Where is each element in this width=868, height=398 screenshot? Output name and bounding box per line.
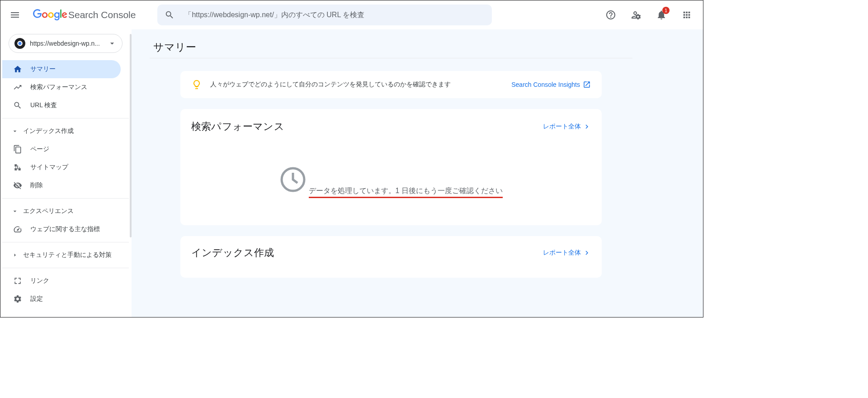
sidebar-item-label: 削除 [30, 181, 43, 190]
processing-message: データを処理しています。1 日後にもう一度ご確認ください [309, 186, 503, 196]
sidebar-group-security[interactable]: セキュリティと手動による対策 [2, 246, 129, 264]
trending-icon [13, 83, 22, 92]
clock-icon [279, 166, 307, 193]
card-title: インデックス作成 [191, 246, 274, 260]
divider [2, 198, 129, 199]
home-icon [13, 65, 22, 74]
svg-point-1 [19, 42, 22, 45]
full-report-label: レポート全体 [543, 123, 581, 131]
search-performance-card: 検索パフォーマンス レポート全体 データを処理しています。1 日後にもう一度ご確… [180, 109, 602, 225]
product-name: Search Console [68, 9, 136, 20]
sidebar-item-label: 検索パフォーマンス [30, 83, 87, 91]
manage-users-button[interactable] [625, 4, 647, 26]
property-selector[interactable]: https://webdesign-wp.n... [9, 34, 123, 53]
full-report-label: レポート全体 [543, 249, 581, 257]
chevron-down-icon [11, 128, 19, 135]
sidebar-item-label: サマリー [30, 65, 56, 73]
main-content: サマリー 人々がウェブでどのようにして自分のコンテンツを発見しているのかを確認で… [132, 29, 703, 317]
sidebar-item-label: サイトマップ [30, 163, 68, 171]
sidebar-item-label: ページ [30, 145, 49, 153]
url-inspect-input[interactable] [184, 11, 485, 19]
divider [2, 268, 129, 268]
scrollbar[interactable] [130, 34, 132, 237]
sidebar-item-links[interactable]: リンク [2, 272, 121, 290]
full-report-link[interactable]: レポート全体 [543, 123, 591, 131]
sidebar-group-label: セキュリティと手動による対策 [23, 251, 112, 259]
help-icon [605, 9, 616, 20]
search-icon [165, 10, 175, 20]
apps-grid-icon [682, 10, 692, 20]
chevron-right-icon [583, 123, 591, 131]
card-title: 検索パフォーマンス [191, 120, 284, 133]
chevron-right-icon [583, 249, 591, 257]
sidebar-item-core-web-vitals[interactable]: ウェブに関する主な指標 [2, 220, 121, 238]
external-link-icon [583, 81, 591, 89]
sidebar-group-label: エクスペリエンス [23, 207, 74, 215]
sidebar-item-label: リンク [30, 277, 49, 285]
url-inspect-search[interactable] [157, 5, 492, 25]
processing-state: データを処理しています。1 日後にもう一度ご確認ください [191, 141, 591, 198]
google-logo-icon [33, 9, 67, 21]
full-report-link[interactable]: レポート全体 [543, 249, 591, 257]
sidebar-item-sitemaps[interactable]: サイトマップ [2, 158, 121, 176]
product-logo[interactable]: Search Console [29, 9, 139, 21]
divider [150, 58, 632, 58]
link-icon [13, 276, 22, 285]
sidebar-item-label: URL 検査 [30, 101, 57, 109]
property-icon [14, 38, 25, 49]
menu-toggle-button[interactable] [4, 4, 26, 26]
pages-icon [13, 145, 22, 154]
notifications-button[interactable]: 1 [651, 4, 672, 26]
divider [2, 242, 129, 242]
card-header: インデックス作成 レポート全体 [191, 246, 591, 260]
sidebar-item-summary[interactable]: サマリー [2, 60, 121, 78]
content-area: https://webdesign-wp.n... サマリー 検索パフォーマンス… [0, 29, 703, 317]
chevron-right-icon [11, 251, 19, 259]
help-button[interactable] [600, 4, 622, 26]
speed-icon [13, 225, 22, 234]
card-header: 検索パフォーマンス レポート全体 [191, 120, 591, 133]
sidebar-item-pages[interactable]: ページ [2, 140, 121, 158]
annotation-underline [309, 197, 503, 198]
indexing-card: インデックス作成 レポート全体 [180, 236, 602, 278]
apps-button[interactable] [676, 4, 698, 26]
property-label: https://webdesign-wp.n... [30, 40, 103, 47]
chevron-down-icon [108, 39, 117, 48]
gear-icon [13, 294, 22, 303]
visibility-off-icon [13, 181, 22, 190]
insights-link-label: Search Console Insights [511, 81, 580, 88]
sidebar-item-settings[interactable]: 設定 [2, 290, 121, 308]
page-title: サマリー [150, 40, 632, 54]
sidebar-item-removals[interactable]: 削除 [2, 176, 121, 194]
insights-link[interactable]: Search Console Insights [511, 81, 591, 89]
sidebar-item-label: ウェブに関する主な指標 [30, 225, 100, 233]
sidebar-group-indexing[interactable]: インデックス作成 [2, 122, 129, 140]
sitemap-icon [13, 163, 22, 172]
search-icon [13, 101, 22, 110]
sidebar-item-url-inspection[interactable]: URL 検査 [2, 96, 121, 114]
lightbulb-icon [191, 79, 202, 90]
insights-card: 人々がウェブでどのようにして自分のコンテンツを発見しているのかを確認できます S… [180, 71, 602, 98]
sidebar-group-label: インデックス作成 [23, 127, 74, 135]
sidebar: https://webdesign-wp.n... サマリー 検索パフォーマンス… [0, 29, 132, 317]
hamburger-icon [9, 9, 20, 20]
chevron-down-icon [11, 208, 19, 215]
notification-badge: 1 [662, 7, 670, 14]
divider [2, 118, 129, 118]
sidebar-item-performance[interactable]: 検索パフォーマンス [2, 78, 121, 96]
sidebar-group-experience[interactable]: エクスペリエンス [2, 202, 129, 220]
app-header: Search Console 1 [0, 0, 703, 29]
sidebar-item-label: 設定 [30, 295, 43, 303]
person-settings-icon [631, 9, 642, 20]
insights-message: 人々がウェブでどのようにして自分のコンテンツを発見しているのかを確認できます [210, 81, 503, 89]
